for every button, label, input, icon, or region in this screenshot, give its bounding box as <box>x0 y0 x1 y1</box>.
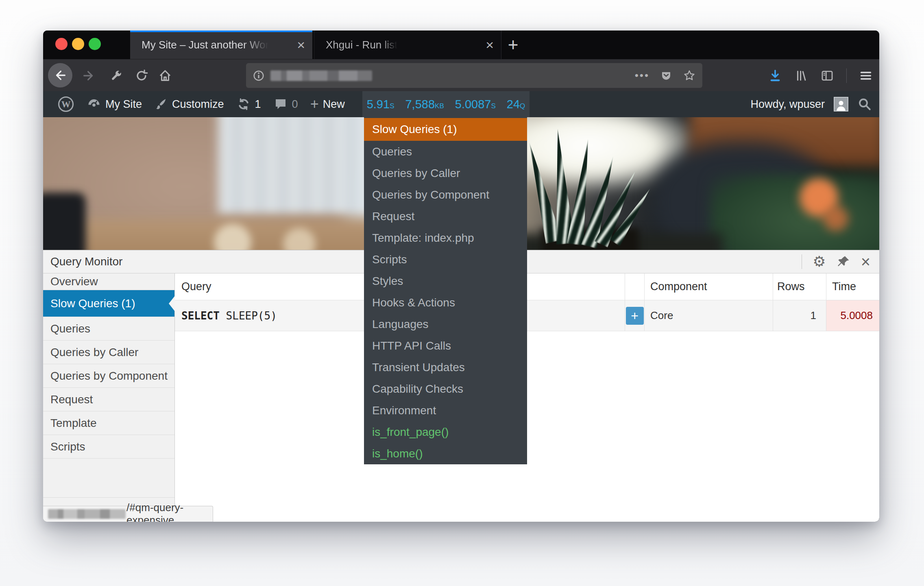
sidebar-item-partial <box>43 459 174 498</box>
close-panel-icon[interactable]: × <box>861 254 870 270</box>
pin-panel-icon[interactable] <box>837 255 850 269</box>
qm-page-time: 5.91s <box>367 98 394 111</box>
dropdown-item-slow-queries[interactable]: Slow Queries (1) <box>364 118 527 141</box>
customize-label: Customize <box>172 98 224 111</box>
dropdown-item-queries-by-component[interactable]: Queries by Component <box>364 184 527 206</box>
site-dashboard-icon <box>87 97 101 112</box>
masked-url-text <box>270 70 372 81</box>
updates-menu[interactable]: 1 <box>230 91 267 117</box>
sidebar-toggle-icon <box>820 69 834 83</box>
sidebar-toggle-button[interactable] <box>820 69 834 83</box>
dropdown-item-styles[interactable]: Styles <box>364 270 527 292</box>
traffic-lights <box>55 38 101 50</box>
address-bar[interactable]: ••• <box>246 63 702 88</box>
forward-button[interactable] <box>80 63 98 88</box>
zoom-window-button[interactable] <box>89 38 101 50</box>
menu-button[interactable] <box>859 69 873 83</box>
masked-status-url <box>48 509 126 519</box>
sidebar-item-queries-by-component[interactable]: Queries by Component <box>43 364 174 388</box>
tab-close-icon[interactable]: × <box>297 31 305 59</box>
dropdown-item-is-home[interactable]: is_home() <box>364 443 527 464</box>
dropdown-item-template[interactable]: Template: index.php <box>364 227 527 249</box>
minimize-window-button[interactable] <box>72 38 84 50</box>
sidebar-item-overview[interactable]: Overview <box>43 273 174 290</box>
new-tab-button[interactable]: + <box>501 31 525 59</box>
bookmark-star-icon[interactable] <box>683 69 696 82</box>
close-window-button[interactable] <box>55 38 68 50</box>
dropdown-item-queries-by-caller[interactable]: Queries by Caller <box>364 162 527 184</box>
column-header-component: Component <box>645 273 773 300</box>
toggle-cell: + <box>625 300 645 331</box>
page-actions-icon[interactable]: ••• <box>635 69 649 82</box>
comments-menu[interactable]: 0 <box>267 91 304 117</box>
library-button[interactable] <box>794 69 808 83</box>
pocket-icon[interactable] <box>660 70 672 82</box>
svg-text:W: W <box>61 99 71 109</box>
wrench-tools-button[interactable] <box>107 63 125 88</box>
panel-title: Query Monitor <box>43 255 122 268</box>
dropdown-item-is-front-page[interactable]: is_front_page() <box>364 421 527 443</box>
plus-icon: + <box>310 97 319 112</box>
dropdown-item-http-api-calls[interactable]: HTTP API Calls <box>364 335 527 356</box>
back-arrow-icon <box>53 68 67 82</box>
reload-button[interactable] <box>133 63 150 88</box>
time-cell: 5.0008 <box>826 300 879 331</box>
my-site-menu[interactable]: My Site <box>81 91 148 117</box>
tab-xhgui[interactable]: Xhgui - Run list × <box>314 31 501 59</box>
sidebar-item-queries[interactable]: Queries <box>43 317 174 341</box>
sidebar-item-template[interactable]: Template <box>43 411 174 435</box>
expand-row-button[interactable]: + <box>626 307 644 325</box>
forward-arrow-icon <box>82 69 96 83</box>
tab-title: My Site – Just another WordPress si <box>130 39 268 51</box>
column-header-rows: Rows <box>773 273 826 300</box>
howdy-account-menu[interactable]: Howdy, wpuser <box>750 98 825 111</box>
settings-gear-icon[interactable]: ⚙ <box>813 254 826 269</box>
hamburger-menu-icon <box>859 69 873 83</box>
dropdown-item-queries[interactable]: Queries <box>364 141 527 162</box>
avatar[interactable] <box>834 97 848 112</box>
dropdown-item-scripts[interactable]: Scripts <box>364 249 527 270</box>
sidebar-item-request[interactable]: Request <box>43 388 174 411</box>
dropdown-item-capability-checks[interactable]: Capability Checks <box>364 378 527 400</box>
desktop-background: My Site – Just another WordPress si × Xh… <box>0 0 924 586</box>
tab-bar: My Site – Just another WordPress si × Xh… <box>43 31 879 59</box>
qm-adminbar-dropdown: Slow Queries (1) Queries Queries by Call… <box>364 117 527 464</box>
search-icon[interactable] <box>857 97 872 112</box>
wp-admin-bar: W My Site Customize <box>43 91 879 117</box>
slow-queries-table: Query Component Rows Time SELECT SLEEP(5… <box>175 273 879 331</box>
comment-bubble-icon <box>273 97 288 112</box>
back-button[interactable] <box>48 63 72 87</box>
query-monitor-admin-menu[interactable]: 5.91s 7,588kb 5.0087s 24q <box>362 91 530 117</box>
rows-cell: 1 <box>773 300 826 331</box>
site-info-icon <box>253 70 265 82</box>
sidebar-item-scripts[interactable]: Scripts <box>43 435 174 459</box>
component-cell: Core <box>645 300 773 331</box>
dropdown-item-languages[interactable]: Languages <box>364 313 527 335</box>
new-label: New <box>323 98 345 111</box>
qm-memory: 7,588kb <box>405 98 444 111</box>
brush-icon <box>154 97 168 111</box>
selected-item-arrow <box>169 296 175 311</box>
customize-menu[interactable]: Customize <box>148 91 230 117</box>
table-header-row: Query Component Rows Time <box>175 273 879 300</box>
sidebar-item-slow-queries[interactable]: Slow Queries (1) <box>43 290 174 317</box>
new-content-menu[interactable]: + New <box>304 91 351 117</box>
dropdown-item-environment[interactable]: Environment <box>364 400 527 421</box>
wp-logo-menu[interactable]: W <box>51 91 81 117</box>
downloads-button[interactable] <box>768 69 782 83</box>
tab-close-icon[interactable]: × <box>486 31 494 59</box>
sidebar-item-queries-by-caller[interactable]: Queries by Caller <box>43 341 174 364</box>
toolbar-separator <box>846 68 847 83</box>
dropdown-item-hooks-actions[interactable]: Hooks & Actions <box>364 292 527 313</box>
library-books-icon <box>794 69 808 83</box>
home-icon <box>158 69 172 83</box>
column-header-time: Time <box>826 273 879 300</box>
dropdown-item-transient-updates[interactable]: Transient Updates <box>364 356 527 378</box>
updates-refresh-icon <box>236 97 251 112</box>
home-button[interactable] <box>156 63 174 88</box>
column-header-toggle <box>625 273 645 300</box>
download-arrow-icon <box>768 69 782 83</box>
tab-my-site[interactable]: My Site – Just another WordPress si × <box>130 31 312 59</box>
link-preview-statusbar: /#qm-query-expensive <box>43 506 213 522</box>
dropdown-item-request[interactable]: Request <box>364 206 527 227</box>
